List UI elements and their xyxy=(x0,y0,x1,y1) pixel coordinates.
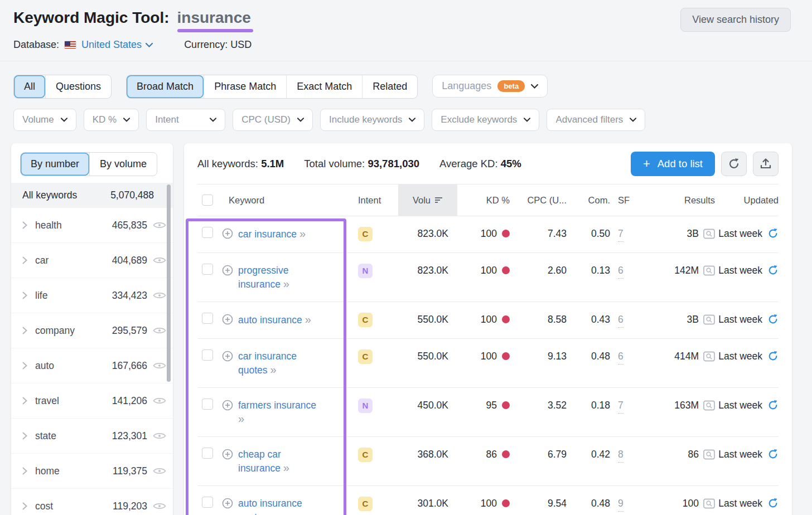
eye-icon[interactable] xyxy=(153,431,166,440)
sf-value[interactable]: 6 xyxy=(618,349,624,365)
row-checkbox[interactable] xyxy=(202,264,213,275)
filter-intent[interactable]: Intent xyxy=(146,109,225,131)
row-checkbox[interactable] xyxy=(202,497,213,508)
serp-preview-icon[interactable] xyxy=(703,498,715,509)
refresh-metrics-icon[interactable] xyxy=(767,400,779,411)
row-checkbox[interactable] xyxy=(202,227,213,238)
toggle-by-number[interactable]: By number xyxy=(21,153,89,176)
keyword-link[interactable]: car insurance quotes xyxy=(238,351,297,376)
chevron-right-icon[interactable] xyxy=(22,256,27,264)
eye-icon[interactable] xyxy=(153,467,166,475)
expand-keyword-icon[interactable]: » xyxy=(238,412,244,425)
filter-include-keywords[interactable]: Include keywords xyxy=(320,109,424,131)
tab-broad-match[interactable]: Broad Match xyxy=(127,75,204,98)
sidebar-item-travel[interactable]: travel 141,206 xyxy=(11,383,173,419)
toggle-by-volume[interactable]: By volume xyxy=(89,153,157,176)
view-search-history-button[interactable]: View search history xyxy=(680,8,791,32)
add-keyword-icon[interactable] xyxy=(222,498,233,515)
add-keyword-icon[interactable] xyxy=(222,400,233,426)
export-button[interactable] xyxy=(753,152,779,176)
sidebar-item-home[interactable]: home 119,375 xyxy=(11,454,173,489)
sf-value[interactable]: 9 xyxy=(618,497,624,512)
select-all-checkbox[interactable] xyxy=(202,195,213,206)
col-sf[interactable]: SF xyxy=(618,195,630,206)
eye-icon[interactable] xyxy=(153,291,166,300)
sidebar-item-cost[interactable]: cost 119,203 xyxy=(11,489,173,515)
col-com[interactable]: Com. xyxy=(588,195,610,206)
add-to-list-button[interactable]: + Add to list xyxy=(631,152,715,176)
chevron-right-icon[interactable] xyxy=(22,362,27,370)
row-checkbox[interactable] xyxy=(202,349,213,361)
languages-dropdown[interactable]: Languages beta xyxy=(432,75,548,98)
serp-preview-icon[interactable] xyxy=(703,351,715,362)
keyword-link[interactable]: cheap car insurance xyxy=(238,449,281,474)
row-checkbox[interactable] xyxy=(202,399,213,410)
sf-value[interactable]: 7 xyxy=(618,227,624,242)
add-keyword-icon[interactable] xyxy=(222,265,233,291)
sidebar-item-all-keywords[interactable]: All keywords 5,070,488 xyxy=(11,183,173,208)
sf-value[interactable]: 8 xyxy=(618,448,624,463)
expand-keyword-icon[interactable]: » xyxy=(283,461,289,474)
sidebar-item-company[interactable]: company 295,579 xyxy=(11,313,173,348)
refresh-metrics-icon[interactable] xyxy=(767,228,779,239)
row-checkbox[interactable] xyxy=(202,448,213,459)
col-cpc[interactable]: CPC (U... xyxy=(527,195,567,206)
add-keyword-icon[interactable] xyxy=(222,228,233,241)
sidebar-scrollbar[interactable] xyxy=(167,184,171,382)
chevron-right-icon[interactable] xyxy=(22,397,27,405)
chevron-right-icon[interactable] xyxy=(22,432,27,440)
refresh-metrics-icon[interactable] xyxy=(767,498,779,509)
tab-questions[interactable]: Questions xyxy=(45,75,111,98)
eye-icon[interactable] xyxy=(153,326,166,335)
sidebar-item-life[interactable]: life 334,423 xyxy=(11,278,173,313)
chevron-right-icon[interactable] xyxy=(22,502,27,510)
filter-volume[interactable]: Volume xyxy=(13,109,76,131)
tab-phrase-match[interactable]: Phrase Match xyxy=(204,75,286,98)
keyword-link[interactable]: farmers insurance xyxy=(238,400,316,411)
add-keyword-icon[interactable] xyxy=(222,449,233,475)
eye-icon[interactable] xyxy=(153,361,166,370)
refresh-metrics-icon[interactable] xyxy=(767,265,779,276)
serp-preview-icon[interactable] xyxy=(703,400,715,411)
eye-icon[interactable] xyxy=(153,396,166,405)
sidebar-item-car[interactable]: car 404,689 xyxy=(11,243,173,278)
keyword-link[interactable]: progressive insurance xyxy=(238,265,288,290)
chevron-right-icon[interactable] xyxy=(22,221,27,229)
tab-related[interactable]: Related xyxy=(362,75,417,98)
add-keyword-icon[interactable] xyxy=(222,314,233,327)
tab-exact-match[interactable]: Exact Match xyxy=(286,75,362,98)
chevron-right-icon[interactable] xyxy=(22,467,27,475)
col-volume-sorted[interactable]: Volu xyxy=(398,184,457,216)
database-selector[interactable]: United States xyxy=(81,39,153,51)
expand-keyword-icon[interactable]: » xyxy=(270,511,276,515)
expand-keyword-icon[interactable]: » xyxy=(299,227,306,240)
sidebar-item-state[interactable]: state 123,301 xyxy=(11,419,173,454)
add-keyword-icon[interactable] xyxy=(222,351,233,377)
col-intent[interactable]: Intent xyxy=(358,195,381,206)
sf-value[interactable]: 7 xyxy=(618,399,624,414)
col-keyword[interactable]: Keyword xyxy=(229,195,264,206)
refresh-all-button[interactable] xyxy=(721,152,747,176)
serp-preview-icon[interactable] xyxy=(703,314,715,325)
expand-keyword-icon[interactable]: » xyxy=(270,363,276,376)
serp-preview-icon[interactable] xyxy=(703,229,715,239)
sidebar-item-health[interactable]: health 465,835 xyxy=(11,208,173,243)
col-updated[interactable]: Updated xyxy=(744,195,779,206)
col-results[interactable]: Results xyxy=(684,195,715,206)
col-kd[interactable]: KD % xyxy=(486,195,510,206)
refresh-metrics-icon[interactable] xyxy=(767,351,779,362)
sidebar-item-auto[interactable]: auto 167,666 xyxy=(11,348,173,383)
refresh-metrics-icon[interactable] xyxy=(767,449,779,460)
refresh-metrics-icon[interactable] xyxy=(767,314,779,325)
eye-icon[interactable] xyxy=(153,502,166,511)
expand-keyword-icon[interactable]: » xyxy=(283,278,289,290)
filter-advanced[interactable]: Advanced filters xyxy=(547,109,645,131)
row-checkbox[interactable] xyxy=(202,313,213,324)
serp-preview-icon[interactable] xyxy=(703,265,715,276)
chevron-right-icon[interactable] xyxy=(22,291,27,299)
filter-kd[interactable]: KD % xyxy=(84,109,139,131)
keyword-link[interactable]: auto insurance xyxy=(238,314,302,325)
eye-icon[interactable] xyxy=(153,256,166,265)
serp-preview-icon[interactable] xyxy=(703,449,715,460)
sf-value[interactable]: 6 xyxy=(618,264,624,279)
